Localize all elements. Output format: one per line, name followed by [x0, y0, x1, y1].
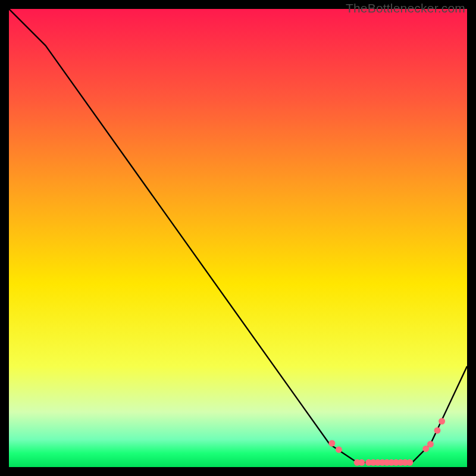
- marker-point: [406, 459, 413, 466]
- marker-point: [328, 440, 335, 447]
- marker-point: [434, 427, 441, 434]
- chart-plot: [9, 9, 467, 467]
- chart-frame: [9, 9, 467, 467]
- marker-point: [336, 446, 342, 453]
- marker-point: [427, 441, 434, 447]
- attribution-text: TheBottlenecker.com: [346, 1, 465, 15]
- gradient-background: [9, 9, 467, 467]
- marker-point: [358, 459, 365, 466]
- marker-point: [439, 418, 445, 425]
